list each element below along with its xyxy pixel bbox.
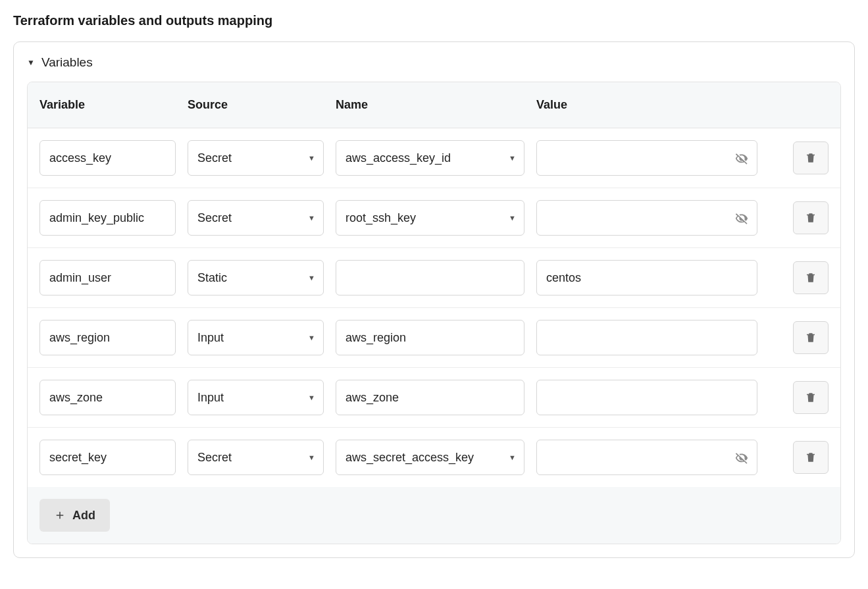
source-select-label: Input — [197, 331, 224, 345]
trash-icon — [805, 271, 817, 284]
delete-button[interactable] — [793, 441, 829, 474]
col-value: Value — [536, 98, 769, 112]
eye-off-icon[interactable] — [734, 150, 750, 166]
eye-off-icon[interactable] — [734, 210, 750, 226]
table-header: Variable Source Name Value — [28, 82, 840, 128]
add-button-label: Add — [72, 509, 95, 523]
caret-down-icon: ▼ — [509, 214, 516, 222]
name-select-label: aws_secret_access_key — [345, 451, 474, 465]
name-input[interactable] — [336, 380, 524, 415]
source-select[interactable]: Input▼ — [188, 380, 324, 415]
variables-panel: ▼ Variables Variable Source Name Value S… — [13, 41, 855, 558]
col-variable: Variable — [39, 98, 188, 112]
source-select[interactable]: Secret▼ — [188, 440, 324, 475]
variable-input[interactable] — [39, 140, 176, 176]
caret-down-icon: ▼ — [509, 453, 516, 461]
name-select[interactable]: aws_secret_access_key▼ — [336, 440, 524, 475]
variable-input[interactable] — [39, 380, 176, 415]
caret-down-icon: ▼ — [308, 214, 315, 222]
table-row: Secret▼root_ssh_key▼ — [28, 188, 840, 248]
table-footer: Add — [28, 487, 840, 544]
section-label: Variables — [41, 55, 93, 70]
source-select-label: Static — [197, 271, 227, 285]
delete-button[interactable] — [793, 321, 829, 354]
source-select-label: Secret — [197, 451, 232, 465]
name-select-label: root_ssh_key — [345, 211, 416, 225]
caret-down-icon: ▼ — [27, 58, 35, 67]
source-select-label: Secret — [197, 151, 232, 165]
delete-button[interactable] — [793, 381, 829, 414]
plus-icon — [54, 509, 66, 521]
name-input[interactable] — [336, 260, 524, 295]
name-select[interactable]: root_ssh_key▼ — [336, 200, 524, 236]
trash-icon — [805, 151, 817, 165]
source-select-label: Input — [197, 391, 224, 405]
source-select-label: Secret — [197, 211, 232, 225]
name-select[interactable]: aws_access_key_id▼ — [336, 140, 524, 176]
value-input[interactable] — [536, 440, 757, 475]
eye-off-icon[interactable] — [734, 449, 750, 465]
trash-icon — [805, 211, 817, 224]
caret-down-icon: ▼ — [308, 154, 315, 162]
col-source: Source — [188, 98, 336, 112]
caret-down-icon: ▼ — [509, 154, 516, 162]
add-button[interactable]: Add — [39, 499, 110, 532]
table-row: Static▼ — [28, 248, 840, 308]
delete-button[interactable] — [793, 141, 829, 174]
delete-button[interactable] — [793, 261, 829, 294]
table-row: Secret▼aws_secret_access_key▼ — [28, 428, 840, 487]
col-name: Name — [336, 98, 536, 112]
caret-down-icon: ▼ — [308, 394, 315, 401]
value-input[interactable] — [536, 200, 757, 236]
variable-input[interactable] — [39, 440, 176, 475]
table-row: Input▼ — [28, 308, 840, 368]
section-toggle-variables[interactable]: ▼ Variables — [27, 55, 841, 70]
source-select[interactable]: Static▼ — [188, 260, 324, 295]
trash-icon — [805, 391, 817, 404]
table-row: Input▼ — [28, 368, 840, 428]
delete-button[interactable] — [793, 201, 829, 234]
table-row: Secret▼aws_access_key_id▼ — [28, 128, 840, 188]
source-select[interactable]: Input▼ — [188, 320, 324, 355]
value-input[interactable] — [536, 260, 757, 295]
source-select[interactable]: Secret▼ — [188, 140, 324, 176]
caret-down-icon: ▼ — [308, 453, 315, 461]
caret-down-icon: ▼ — [308, 334, 315, 342]
value-input[interactable] — [536, 380, 757, 415]
source-select[interactable]: Secret▼ — [188, 200, 324, 236]
trash-icon — [805, 331, 817, 344]
variables-table: Variable Source Name Value Secret▼aws_ac… — [27, 82, 841, 544]
variable-input[interactable] — [39, 200, 176, 236]
variable-input[interactable] — [39, 320, 176, 355]
value-input[interactable] — [536, 140, 757, 176]
name-select-label: aws_access_key_id — [345, 151, 451, 165]
caret-down-icon: ▼ — [308, 274, 315, 282]
col-actions — [769, 98, 829, 112]
trash-icon — [805, 451, 817, 464]
variable-input[interactable] — [39, 260, 176, 295]
value-input[interactable] — [536, 320, 757, 355]
name-input[interactable] — [336, 320, 524, 355]
page-title: Terraform variables and outputs mapping — [13, 13, 855, 28]
